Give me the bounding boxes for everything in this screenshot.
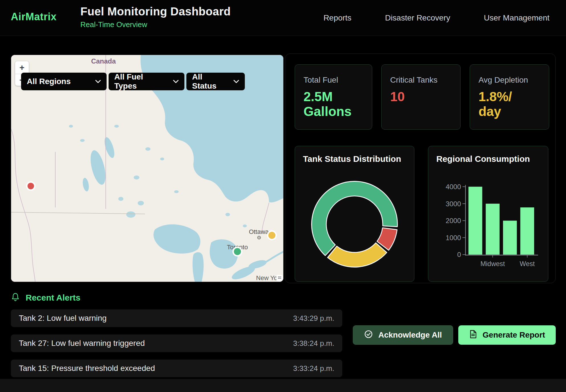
fuel-type-filter-select[interactable]: All Fuel Types xyxy=(109,73,184,90)
acknowledge-all-button[interactable]: Acknowledge All xyxy=(353,325,453,345)
document-icon xyxy=(469,330,477,341)
alerts-header: Recent Alerts xyxy=(11,292,80,303)
map-marker-warning[interactable] xyxy=(268,231,276,240)
alert-row[interactable]: Tank 27: Low fuel warning triggered 3:38… xyxy=(11,334,342,352)
y-tick-label: 2000 xyxy=(446,217,461,224)
chevron-down-icon xyxy=(173,80,179,83)
generate-report-button[interactable]: Generate Report xyxy=(458,325,556,345)
fuel-type-filter-label: All Fuel Types xyxy=(114,72,167,91)
main-nav: Reports Disaster Recovery User Managemen… xyxy=(323,0,549,36)
regional-consumption-bar-chart: 01000200030004000MidwestWest xyxy=(436,166,540,279)
nav-disaster-recovery[interactable]: Disaster Recovery xyxy=(385,13,450,23)
regional-consumption-chart-card: Regional Consumption 01000200030004000Mi… xyxy=(428,146,548,282)
donut-chart-title: Tank Status Distribution xyxy=(303,154,406,164)
stat-value: 1.8%/ day xyxy=(479,89,540,119)
stat-card-total-fuel: Total Fuel 2.5M Gallons xyxy=(295,64,372,130)
stat-label: Avg Depletion xyxy=(479,75,540,85)
map-label-ottawa: Ottawa xyxy=(249,228,269,235)
bar-chart-title: Regional Consumption xyxy=(436,154,540,164)
app-logo: AirMatrix xyxy=(11,11,57,23)
page-subtitle: Real-Time Overview xyxy=(80,20,231,29)
y-tick-label: 3000 xyxy=(446,200,461,208)
alert-row[interactable]: Tank 2: Low fuel warning 3:43:29 p.m. xyxy=(11,309,342,327)
bar-1 xyxy=(486,204,500,255)
y-tick-label: 0 xyxy=(457,251,461,258)
bell-icon xyxy=(11,292,20,303)
alert-row[interactable]: Tank 15: Pressure threshold exceeded 3:3… xyxy=(11,360,342,377)
zoom-in-button[interactable]: + xyxy=(15,61,29,74)
x-tick-label: West xyxy=(520,260,535,268)
status-filter-label: All Status xyxy=(192,72,227,91)
bar-2 xyxy=(503,221,517,255)
nav-user-management[interactable]: User Management xyxy=(484,13,549,23)
app-header: AirMatrix Fuel Monitoring Dashboard Real… xyxy=(0,0,566,36)
map-marker-normal[interactable] xyxy=(233,247,242,256)
stat-card-avg-depletion: Avg Depletion 1.8%/ day xyxy=(470,64,549,130)
generate-report-label: Generate Report xyxy=(482,330,545,340)
chevron-down-icon xyxy=(95,80,101,83)
x-tick-label: Midwest xyxy=(481,260,505,268)
y-tick-label: 4000 xyxy=(446,183,461,191)
tank-status-donut-chart xyxy=(303,170,406,278)
nav-reports[interactable]: Reports xyxy=(323,13,351,23)
stat-value: 10 xyxy=(390,89,452,104)
title-block: Fuel Monitoring Dashboard Real-Time Over… xyxy=(80,5,231,29)
dashboard-root: AirMatrix Fuel Monitoring Dashboard Real… xyxy=(0,0,566,392)
stat-value: 2.5M Gallons xyxy=(304,89,363,119)
check-circle-icon xyxy=(364,330,373,341)
fuel-map[interactable]: Canada Ottawa Toronto New York + − All R… xyxy=(11,55,284,282)
footer-bar xyxy=(0,379,566,392)
stat-card-critical-tanks: Critical Tanks 10 xyxy=(381,64,461,130)
chevron-down-icon xyxy=(233,80,239,83)
region-filter-select[interactable]: All Regions xyxy=(21,73,107,90)
alert-text: Tank 27: Low fuel warning triggered xyxy=(19,339,145,348)
alert-timestamp: 3:33:24 p.m. xyxy=(293,364,334,373)
donut-segment-warning xyxy=(327,243,387,267)
y-tick-label: 1000 xyxy=(446,234,461,242)
region-filter-label: All Regions xyxy=(27,77,89,86)
alert-timestamp: 3:38:24 p.m. xyxy=(293,339,334,348)
bar-0 xyxy=(469,187,482,254)
map-label-canada: Canada xyxy=(91,57,116,65)
alert-text: Tank 2: Low fuel warning xyxy=(19,314,107,323)
stat-label: Total Fuel xyxy=(304,75,363,85)
map-drag-handle-icon[interactable] xyxy=(276,275,283,281)
bar-3 xyxy=(520,207,534,255)
map-marker-critical[interactable] xyxy=(27,182,35,190)
status-filter-select[interactable]: All Status xyxy=(186,73,245,90)
alerts-title: Recent Alerts xyxy=(26,293,80,303)
metrics-panel: Total Fuel 2.5M Gallons Critical Tanks 1… xyxy=(285,54,556,283)
alert-text: Tank 15: Pressure threshold exceeded xyxy=(19,364,155,373)
page-title: Fuel Monitoring Dashboard xyxy=(80,5,231,18)
alert-timestamp: 3:43:29 p.m. xyxy=(293,314,334,323)
acknowledge-all-label: Acknowledge All xyxy=(378,330,442,340)
map-filters: All Regions All Fuel Types All Status xyxy=(21,73,245,90)
tank-status-chart-card: Tank Status Distribution xyxy=(295,146,414,282)
stat-label: Critical Tanks xyxy=(390,75,452,85)
